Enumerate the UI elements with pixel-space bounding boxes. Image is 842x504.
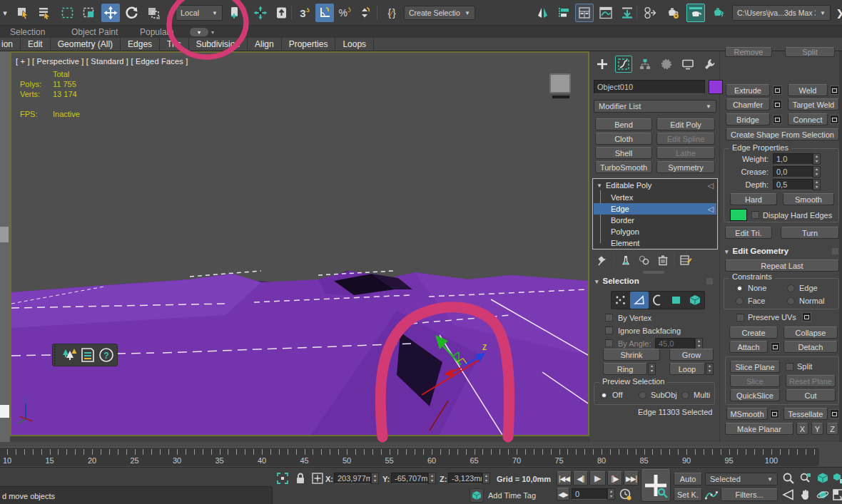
create-tab-icon[interactable] <box>594 56 611 73</box>
mirror-icon[interactable] <box>534 4 552 22</box>
show-end-result-icon[interactable] <box>618 252 634 268</box>
modifier-button-turbosmooth[interactable]: TurboSmooth <box>595 161 652 173</box>
stack-row-polygon[interactable]: Polygon <box>594 226 716 237</box>
create-shape-button[interactable]: Create Shape From Selection <box>726 128 839 140</box>
detach-button[interactable]: Detach <box>783 341 838 353</box>
select-and-move-icon[interactable] <box>101 4 120 22</box>
make-planar-x-button[interactable]: X <box>796 423 808 435</box>
modifier-button-shell[interactable]: Shell <box>595 147 652 159</box>
filters-button[interactable]: Filters... <box>721 488 778 501</box>
snap-toggle-3d-icon[interactable]: 3ʖ <box>295 4 314 22</box>
menu-item-subdivision[interactable]: Subdivision <box>189 38 248 51</box>
z-coord-field[interactable]: -3,123mm <box>448 473 482 484</box>
bridge-settings-box[interactable] <box>773 115 782 124</box>
percent-snap-icon[interactable]: %ʖ <box>335 4 354 22</box>
select-and-scale-icon[interactable] <box>144 4 163 22</box>
key-mode-toggle-button[interactable]: ◀▶ <box>557 488 569 500</box>
maximize-viewport-icon[interactable] <box>831 488 842 502</box>
hierarchy-tab-icon[interactable] <box>636 56 654 73</box>
render-production-icon[interactable] <box>709 4 728 22</box>
orbit-icon[interactable] <box>815 488 831 502</box>
toolbar-overflow-arrow[interactable]: ❯ <box>831 4 842 22</box>
zoom-icon[interactable] <box>781 471 796 485</box>
menu-item-cut[interactable]: ion <box>0 38 21 51</box>
time-tag-cube-icon[interactable] <box>470 488 484 503</box>
crease-spinner[interactable]: ▴▾ <box>813 166 821 178</box>
menu-item-tris[interactable]: Tris <box>160 38 189 51</box>
grow-button[interactable]: Grow <box>669 349 714 361</box>
border-subobject-icon[interactable] <box>649 292 667 309</box>
make-unique-icon[interactable] <box>636 252 652 268</box>
constraint-none-radio[interactable] <box>736 284 744 292</box>
modifier-button-edit-spline[interactable]: Edit Spline <box>656 133 715 145</box>
object-color-swatch[interactable] <box>709 80 723 94</box>
stack-row-vertex[interactable]: Vertex <box>594 192 716 203</box>
ribbon-minimize-caret-icon[interactable]: ▾ <box>211 29 214 36</box>
configure-modifier-sets-icon[interactable] <box>678 252 694 268</box>
menu-item-properties[interactable]: Properties <box>282 38 336 51</box>
set-key-button[interactable]: Set K. <box>674 488 702 501</box>
project-folder-dropdown[interactable]: C:\Users\jva...3ds Max 2021▼ <box>732 5 831 21</box>
use-pivot-center-icon[interactable] <box>225 4 244 22</box>
auto-key-button[interactable]: Auto <box>674 473 702 485</box>
turn-button[interactable]: Turn <box>781 227 839 239</box>
stack-row-border[interactable]: Border <box>594 215 716 226</box>
shrink-button[interactable]: Shrink <box>603 349 660 361</box>
current-frame-field[interactable]: 0 <box>572 488 607 500</box>
element-subobject-icon[interactable] <box>686 292 704 309</box>
smooth-button[interactable]: Smooth <box>783 193 834 205</box>
align-icon[interactable] <box>555 4 574 22</box>
ring-spinner[interactable]: ▴▾ <box>648 363 656 375</box>
collapse-button[interactable]: Collapse <box>783 326 838 339</box>
attach-button[interactable]: Attach <box>729 341 768 353</box>
new-key-default-in-out-icon[interactable] <box>704 487 719 503</box>
preserve-uvs-checkbox[interactable] <box>736 314 744 322</box>
constraint-normal-radio[interactable] <box>787 297 795 305</box>
pan-hand-icon[interactable] <box>798 488 813 502</box>
y-coord-spinner[interactable]: ▴▾ <box>428 473 436 484</box>
make-planar-y-button[interactable]: Y <box>811 423 823 435</box>
selection-lock-icon[interactable] <box>293 470 308 486</box>
set-keys-button[interactable] <box>641 469 671 502</box>
weight-spinner[interactable]: ▴▾ <box>813 153 821 165</box>
modifier-button-cloth[interactable]: Cloth <box>595 133 652 145</box>
timeline-ruler[interactable]: 101520253035404550556065707580859095100 <box>0 447 819 466</box>
chamfer-settings-box[interactable] <box>773 100 782 109</box>
preview-multi-radio[interactable] <box>681 391 689 399</box>
ignore-backfacing-checkbox[interactable] <box>605 326 613 334</box>
extrude-button[interactable]: Extrude <box>726 84 770 96</box>
stack-row-element[interactable]: Element <box>594 237 716 249</box>
go-to-end-button[interactable]: ▶▶| <box>624 471 639 485</box>
weld-settings-box[interactable] <box>830 86 839 95</box>
select-and-manipulate-icon[interactable] <box>251 4 270 22</box>
select-by-name-icon[interactable] <box>36 4 54 22</box>
zoom-extents-all-icon[interactable] <box>831 471 842 485</box>
modifier-button-lathe[interactable]: Lathe <box>656 147 715 159</box>
toolbar-grip-handle[interactable] <box>54 346 59 364</box>
material-editor-icon[interactable] <box>641 4 659 22</box>
slice-plane-button[interactable]: Slice Plane <box>730 361 780 373</box>
menu-item-geometry-all[interactable]: Geometry (All) <box>51 38 121 51</box>
menu-item-loops[interactable]: Loops <box>335 38 374 51</box>
create-button[interactable]: Create <box>729 326 778 339</box>
split-checkbox[interactable] <box>786 363 793 371</box>
modifier-list-dropdown[interactable]: Modifier List▼ <box>594 100 716 113</box>
zoom-extents-icon[interactable] <box>815 471 831 485</box>
window-crossing-icon[interactable] <box>80 4 98 22</box>
attach-settings-box[interactable] <box>771 342 780 351</box>
motion-tab-icon[interactable] <box>658 56 675 73</box>
curve-editor-icon[interactable] <box>597 4 615 22</box>
modifier-button-symmetry[interactable]: Symmetry <box>656 161 715 173</box>
tessellate-button[interactable]: Tessellate <box>783 408 828 420</box>
panel-scrollbar[interactable] <box>839 51 842 442</box>
help-icon[interactable]: ? <box>97 346 116 364</box>
slice-button[interactable]: Slice <box>730 375 780 387</box>
stack-row-edge[interactable]: Edge◁ <box>594 203 716 215</box>
depth-field[interactable]: 0,5 <box>773 179 813 190</box>
selected-key-filter-dropdown[interactable]: Selected▼ <box>705 473 778 485</box>
depth-spinner[interactable]: ▴▾ <box>813 179 821 190</box>
object-name-field[interactable]: Object010 <box>594 80 705 94</box>
weld-button[interactable]: Weld <box>788 84 828 96</box>
menu-item-edit[interactable]: Edit <box>21 38 51 51</box>
panel-resize-grip[interactable] <box>643 271 664 274</box>
